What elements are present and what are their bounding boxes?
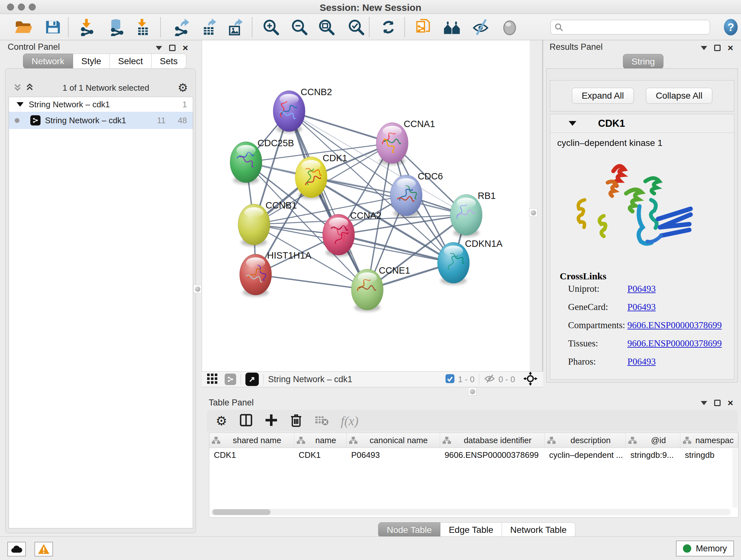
network-canvas[interactable]: CCNB2CCNA1CDC25BCDK1CDC6RB1CCNB1CCNA2CDK…	[202, 40, 530, 371]
protein-node-CCNB1[interactable]	[238, 204, 270, 246]
protein-node-RB1[interactable]	[450, 194, 482, 237]
tab-node-table[interactable]: Node Table	[378, 522, 441, 537]
column-header-namespac[interactable]: namespac	[680, 433, 738, 448]
tab-string[interactable]: String	[623, 54, 664, 69]
results-panel-float-icon[interactable]	[714, 45, 721, 51]
export-table-icon[interactable]	[200, 18, 218, 36]
crosslink-value-link[interactable]: P06493	[627, 356, 656, 367]
network-edge[interactable]	[256, 274, 367, 290]
search-field[interactable]	[550, 20, 710, 35]
protein-node-CCNA1[interactable]	[376, 123, 408, 165]
crosslink-value-link[interactable]: 9606.ENSP00000378699	[627, 338, 722, 349]
help-icon[interactable]: ?	[722, 18, 740, 36]
expand-all-networks-icon[interactable]	[25, 83, 34, 93]
cloud-status-button[interactable]	[7, 542, 26, 557]
delete-column-icon[interactable]	[290, 414, 302, 428]
save-icon[interactable]	[44, 18, 62, 36]
tab-network[interactable]: Network	[23, 54, 73, 69]
memory-button[interactable]: Memory	[676, 541, 734, 557]
warnings-button[interactable]	[35, 542, 53, 557]
horizontal-splitter-handle[interactable]	[468, 387, 476, 395]
table-cell[interactable]: stringdb:9...	[626, 448, 680, 462]
table-horizontal-scrollbar[interactable]	[211, 509, 731, 515]
table-panel-float-icon[interactable]	[714, 400, 721, 406]
crosslink-row: Compartments:9606.ENSP00000378699	[568, 320, 734, 330]
grid-view-icon[interactable]	[207, 373, 218, 385]
gene-collapse-icon[interactable]	[569, 121, 576, 126]
table-options-gear-icon[interactable]: ⚙	[216, 414, 227, 428]
zoom-fit-icon[interactable]	[318, 18, 335, 36]
zoom-in-icon[interactable]	[262, 18, 280, 36]
column-header-database-identifier[interactable]: database identifier	[440, 433, 545, 448]
gene-card-header[interactable]: CDK1	[550, 114, 734, 133]
search-input[interactable]	[563, 22, 704, 32]
results-panel-close-icon[interactable]: ×	[728, 45, 733, 51]
control-panel-close-icon[interactable]: ×	[183, 45, 188, 51]
application-window: Session: New Session	[0, 0, 741, 560]
tab-select[interactable]: Select	[110, 54, 151, 69]
column-header-name[interactable]: name	[294, 433, 347, 448]
protein-node-HIST1H1A[interactable]	[240, 254, 272, 297]
detach-view-icon[interactable]	[246, 373, 259, 386]
column-header-shared-name[interactable]: shared name	[209, 433, 294, 448]
birds-eye-icon[interactable]	[523, 372, 537, 387]
protein-node-CCNB2[interactable]	[273, 91, 305, 133]
network-options-gear-icon[interactable]: ⚙	[178, 81, 188, 95]
export-image-icon[interactable]	[226, 18, 244, 36]
table-panel-close-icon[interactable]: ×	[728, 400, 733, 406]
collapse-all-networks-icon[interactable]	[13, 83, 22, 93]
tab-sets[interactable]: Sets	[151, 54, 186, 69]
network-share-icon[interactable]	[225, 374, 236, 385]
left-splitter-handle[interactable]	[193, 285, 202, 293]
protein-node-CDKN1A[interactable]	[437, 242, 469, 285]
show-all-icon[interactable]	[501, 18, 519, 36]
table-vertical-scrollbar[interactable]	[732, 449, 738, 508]
table-cell[interactable]: cyclin–dependent ...	[545, 448, 626, 462]
first-neighbors-icon[interactable]	[443, 18, 461, 36]
protein-node-CDC25B[interactable]	[230, 142, 262, 184]
table-cell[interactable]: 9606.ENSP00000378699	[440, 448, 545, 462]
open-folder-icon[interactable]	[14, 18, 32, 36]
collection-expand-icon[interactable]	[17, 102, 23, 107]
crosslink-value-link[interactable]: 9606.ENSP00000378699	[627, 320, 722, 330]
expand-all-button[interactable]: Expand All	[572, 88, 634, 104]
protein-node-CCNE1[interactable]	[351, 269, 383, 312]
crosslink-value-link[interactable]: P06493	[627, 284, 656, 294]
network-row-selected[interactable]: String Network – cdk1 11 48	[9, 112, 193, 129]
results-panel-menu-icon[interactable]	[701, 46, 707, 50]
hierarchy-icon	[297, 436, 305, 444]
tab-network-table[interactable]: Network Table	[502, 522, 576, 537]
table-panel-menu-icon[interactable]	[701, 401, 707, 405]
table-cell[interactable]: P06493	[347, 448, 440, 462]
export-network-icon[interactable]	[173, 18, 191, 36]
tab-edge-table[interactable]: Edge Table	[441, 522, 502, 537]
hide-selection-icon[interactable]	[472, 18, 489, 36]
refresh-icon[interactable]	[380, 18, 397, 36]
scrollbar-thumb[interactable]	[212, 509, 271, 515]
network-collection-row[interactable]: String Network – cdk1 1	[9, 97, 193, 112]
crosslink-value-link[interactable]: P06493	[627, 302, 656, 312]
table-row[interactable]: CDK1CDK1P064939606.ENSP00000378699cyclin…	[209, 448, 738, 462]
selected-checkbox-icon[interactable]	[445, 374, 455, 385]
zoom-selected-icon[interactable]	[347, 18, 365, 36]
table-cell[interactable]: stringdb	[680, 448, 738, 462]
network-current-dot-icon	[15, 118, 19, 123]
zoom-out-icon[interactable]	[290, 18, 308, 36]
column-header-canonical-name[interactable]: canonical name	[347, 433, 440, 448]
table-cell[interactable]: CDK1	[209, 448, 294, 462]
network-edge[interactable]	[289, 111, 367, 290]
import-database-icon[interactable]	[108, 18, 125, 36]
create-column-icon[interactable]	[265, 414, 278, 428]
column-header-description[interactable]: description	[545, 433, 626, 448]
right-splitter-handle[interactable]	[529, 208, 537, 217]
import-network-icon[interactable]	[78, 18, 96, 36]
control-panel-float-icon[interactable]	[169, 45, 176, 51]
import-table-icon[interactable]	[134, 18, 151, 36]
tab-style[interactable]: Style	[73, 54, 110, 69]
table-cell[interactable]: CDK1	[294, 448, 347, 462]
network-from-selection-icon[interactable]	[415, 18, 433, 36]
column-header--id[interactable]: @id	[626, 433, 680, 448]
collapse-all-button[interactable]: Collapse All	[646, 88, 712, 104]
control-panel-menu-icon[interactable]	[156, 46, 162, 50]
show-columns-icon[interactable]	[239, 414, 253, 428]
